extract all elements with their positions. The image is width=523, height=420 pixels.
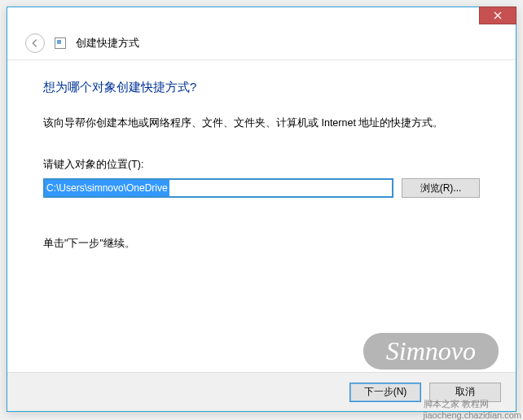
- location-label: 请键入对象的位置(T):: [43, 158, 480, 172]
- window-title: 创建快捷方式: [76, 36, 139, 50]
- dialog-window: 创建快捷方式 想为哪个对象创建快捷方式? 该向导帮你创建本地或网络程序、文件、文…: [7, 7, 516, 412]
- cancel-button[interactable]: 取消: [429, 383, 501, 402]
- location-input[interactable]: C:\Users\simnovo\OneDrive: [43, 178, 393, 198]
- location-input-value: C:\Users\simnovo\OneDrive: [45, 180, 169, 196]
- shortcut-icon: [55, 37, 66, 49]
- back-button[interactable]: [25, 33, 45, 53]
- next-button[interactable]: 下一步(N): [349, 383, 421, 402]
- close-button[interactable]: [479, 7, 516, 24]
- header-row: 创建快捷方式: [7, 30, 516, 59]
- close-icon: [494, 11, 502, 20]
- footer-bar: 下一步(N) 取消: [7, 372, 516, 411]
- browse-button[interactable]: 浏览(R)...: [402, 178, 480, 198]
- location-row: C:\Users\simnovo\OneDrive 浏览(R)...: [43, 178, 480, 198]
- arrow-left-icon: [29, 37, 41, 49]
- continue-hint: 单击"下一步"继续。: [43, 237, 480, 251]
- page-heading: 想为哪个对象创建快捷方式?: [43, 80, 480, 95]
- description-text: 该向导帮你创建本地或网络程序、文件、文件夹、计算机或 Internet 地址的快…: [43, 116, 480, 130]
- titlebar: [7, 7, 516, 30]
- content-area: 想为哪个对象创建快捷方式? 该向导帮你创建本地或网络程序、文件、文件夹、计算机或…: [7, 60, 516, 251]
